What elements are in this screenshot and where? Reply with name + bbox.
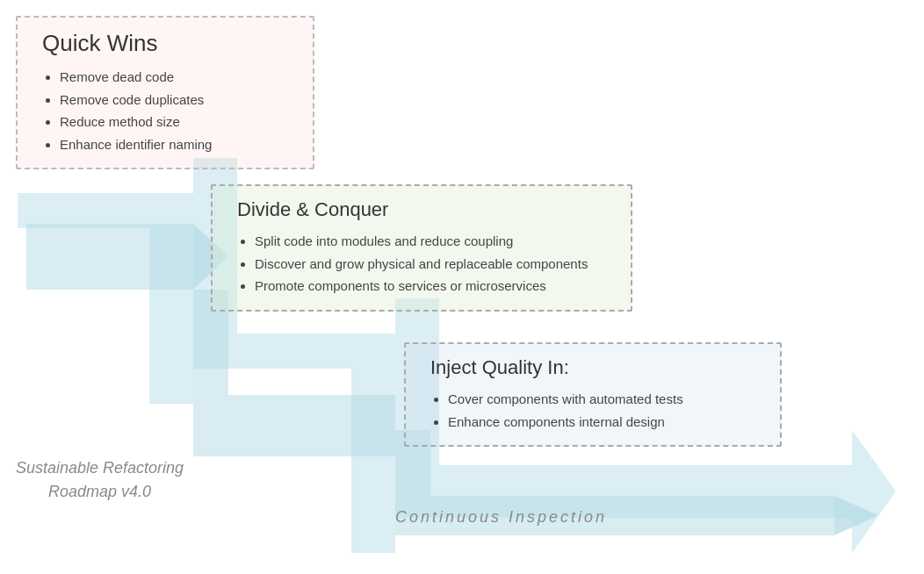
list-item: Enhance components internal design xyxy=(448,411,764,434)
quick-wins-list: Remove dead code Remove code duplicates … xyxy=(42,66,297,155)
quick-wins-title: Quick Wins xyxy=(42,30,297,57)
watermark-line1: Sustainable Refactoring xyxy=(16,456,184,480)
list-item: Split code into modules and reduce coupl… xyxy=(255,230,615,253)
svg-marker-3 xyxy=(834,496,878,535)
list-item: Enhance identifier naming xyxy=(60,133,297,156)
divide-conquer-title: Divide & Conquer xyxy=(237,198,615,221)
continuous-inspection-label: Continuous Inspection xyxy=(395,508,607,527)
inject-quality-list: Cover components with automated tests En… xyxy=(430,388,764,433)
list-item: Remove dead code xyxy=(60,66,297,89)
list-item: Reduce method size xyxy=(60,111,297,133)
watermark-line2: Roadmap v4.0 xyxy=(16,480,184,504)
divide-conquer-list: Split code into modules and reduce coupl… xyxy=(237,230,615,298)
list-item: Cover components with automated tests xyxy=(448,388,764,411)
quick-wins-section: Quick Wins Remove dead code Remove code … xyxy=(16,16,314,169)
watermark: Sustainable Refactoring Roadmap v4.0 xyxy=(16,456,184,504)
inject-quality-title: Inject Quality In: xyxy=(430,356,764,379)
list-item: Discover and grow physical and replaceab… xyxy=(255,253,615,276)
divide-conquer-section: Divide & Conquer Split code into modules… xyxy=(211,184,632,312)
inject-quality-section: Inject Quality In: Cover components with… xyxy=(404,342,782,447)
list-item: Promote components to services or micros… xyxy=(255,275,615,298)
list-item: Remove code duplicates xyxy=(60,89,297,111)
